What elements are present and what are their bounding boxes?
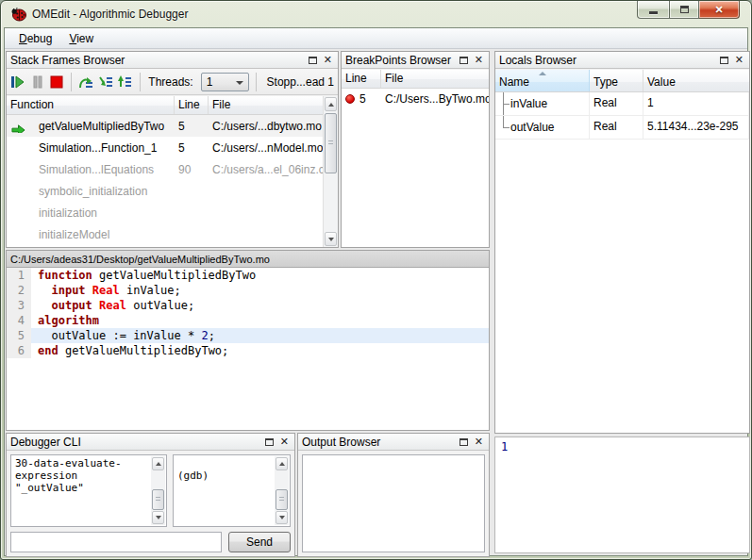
line-number[interactable]: 4 — [7, 313, 31, 328]
local-variable-row[interactable]: inValueReal1 — [495, 92, 749, 116]
cli-command-scrollbar[interactable] — [151, 456, 165, 525]
column-file[interactable]: File — [209, 96, 323, 114]
name-cell: outValue — [495, 116, 590, 140]
line-number[interactable]: 3 — [7, 298, 31, 313]
close-button[interactable]: ✕ — [699, 1, 740, 19]
code-editor[interactable]: 1function getValueMultipliedByTwo2 input… — [7, 268, 489, 430]
float-icon[interactable] — [309, 57, 317, 64]
type-cell: Real — [590, 116, 643, 140]
column-name[interactable]: Name — [495, 70, 590, 91]
resume-icon[interactable] — [10, 72, 25, 92]
token-pl — [38, 284, 51, 297]
stack-frame-row[interactable]: initialization — [7, 202, 323, 223]
toolbar-separator — [140, 73, 141, 91]
locals-title-bar[interactable]: Locals Browser ✕ — [495, 52, 749, 69]
column-function[interactable]: Function — [7, 96, 175, 114]
stop-icon[interactable] — [49, 72, 64, 92]
panel-title: Stack Frames Browser — [10, 54, 309, 67]
stack-frames-scrollbar[interactable] — [323, 96, 338, 247]
cli-command-input[interactable] — [10, 532, 222, 552]
token-pl: ; — [209, 329, 215, 342]
scrollbar-thumb[interactable] — [325, 113, 337, 173]
sort-ascending-icon — [539, 72, 546, 75]
float-icon[interactable] — [265, 438, 274, 446]
float-icon[interactable] — [720, 57, 728, 64]
scroll-down-icon[interactable] — [325, 232, 337, 246]
code-text: input Real inValue; — [31, 283, 489, 298]
panel-close-icon[interactable]: ✕ — [280, 436, 289, 447]
panel-title: BreakPoints Browser — [345, 54, 460, 67]
minimize-button[interactable] — [637, 1, 669, 19]
scroll-up-icon[interactable] — [325, 97, 337, 111]
breakpoints-title-bar[interactable]: BreakPoints Browser ✕ — [342, 52, 489, 69]
workspace: Stack Frames Browser ✕ — [5, 49, 747, 555]
panel-close-icon[interactable]: ✕ — [735, 55, 744, 65]
scroll-down-icon[interactable] — [276, 511, 288, 524]
scrollbar-thumb[interactable] — [152, 489, 164, 510]
line-number[interactable]: 1 — [7, 268, 31, 283]
stack-frame-row[interactable]: initializeModel — [7, 223, 323, 245]
column-line[interactable]: Line — [175, 96, 209, 114]
token-pl: getValueMultipliedByTwo; — [58, 344, 229, 357]
debugger-cli-panel: Debugger CLI ✕ 30-data-evaluate- express… — [6, 433, 295, 557]
stack-frames-table: Function Line File getValueMultipliedByT… — [7, 96, 338, 247]
code-line: 4algorithm — [7, 313, 489, 328]
debugger-cli-title-bar[interactable]: Debugger CLI ✕ — [7, 434, 294, 451]
maximize-button[interactable] — [669, 1, 699, 19]
stack-frame-row[interactable]: Simulation...Function_15C:/users/...nMod… — [7, 137, 323, 158]
line-number[interactable]: 6 — [7, 343, 31, 358]
scroll-down-icon[interactable] — [152, 511, 164, 524]
step-return-icon[interactable] — [117, 72, 132, 92]
editor-file-path: C:/Users/adeas31/Desktop/getValueMultipl… — [7, 251, 489, 268]
function-cell: Simulation...lEquations — [7, 163, 175, 176]
panel-close-icon[interactable]: ✕ — [475, 55, 483, 65]
step-into-icon[interactable] — [98, 72, 113, 92]
column-file[interactable]: File — [381, 70, 489, 88]
title-bar[interactable]: OMEdit - Algorithmic Debugger ✕ — [4, 1, 748, 27]
line-number[interactable]: 2 — [7, 283, 31, 298]
window-title: OMEdit - Algorithmic Debugger — [32, 8, 188, 21]
menu-view[interactable]: View — [60, 30, 102, 47]
chevron-down-icon — [236, 81, 243, 85]
output-browser-title-bar[interactable]: Output Browser ✕ — [298, 434, 489, 451]
token-type: Real — [99, 299, 126, 312]
scrollbar-thumb[interactable] — [276, 489, 288, 510]
float-icon[interactable] — [460, 438, 468, 446]
output-browser-panel: Output Browser ✕ — [297, 433, 490, 557]
local-variable-row[interactable]: outValueReal5.11434...23e-295 — [495, 116, 749, 140]
token-pl: outValue := inValue * — [38, 329, 201, 342]
line-number[interactable]: 5 — [7, 328, 31, 343]
client-area: Debug View Stack Frames Browser ✕ — [4, 27, 748, 556]
cli-response-log[interactable]: (gdb) — [173, 454, 291, 527]
float-icon[interactable] — [460, 57, 468, 64]
stack-frame-row[interactable]: symbolic_initialization — [7, 180, 323, 202]
stack-frame-row[interactable]: getValueMultipliedByTwo5C:/users/...dbyt… — [7, 115, 323, 137]
variable-name: inValue — [510, 97, 547, 110]
column-line[interactable]: Line — [342, 70, 381, 88]
breakpoint-row[interactable]: 5C:/Users...ByTwo.mo — [342, 89, 489, 109]
interrupt-icon[interactable] — [29, 72, 44, 92]
output-browser-content[interactable] — [302, 454, 485, 552]
variable-value-view[interactable]: 1 — [494, 436, 750, 553]
panel-close-icon[interactable]: ✕ — [324, 55, 332, 65]
breakpoints-header: Line File — [342, 70, 489, 89]
stack-frame-row[interactable]: Simulation...lEquations90C:/users/a...el… — [7, 158, 323, 180]
step-over-icon[interactable] — [78, 72, 93, 92]
cli-command-text: 30-data-evaluate- expression "_outValue" — [11, 455, 166, 496]
tree-branch-icon — [495, 92, 510, 115]
scroll-up-icon[interactable] — [276, 457, 288, 470]
function-cell: initialization — [7, 206, 175, 220]
cli-response-scrollbar[interactable] — [275, 456, 289, 525]
panel-close-icon[interactable]: ✕ — [475, 436, 483, 447]
threads-select[interactable]: 1 — [201, 73, 249, 91]
stack-frames-title-bar[interactable]: Stack Frames Browser ✕ — [7, 52, 338, 69]
scroll-up-icon[interactable] — [152, 457, 164, 470]
cli-command-log[interactable]: 30-data-evaluate- expression "_outValue" — [10, 454, 167, 527]
line-cell: 5 — [175, 120, 209, 133]
send-button[interactable]: Send — [228, 532, 291, 552]
column-value[interactable]: Value — [643, 70, 749, 91]
code-text: algorithm — [31, 313, 489, 328]
code-text: function getValueMultipliedByTwo — [31, 268, 489, 283]
column-type[interactable]: Type — [590, 70, 643, 91]
menu-debug[interactable]: Debug — [10, 30, 60, 47]
